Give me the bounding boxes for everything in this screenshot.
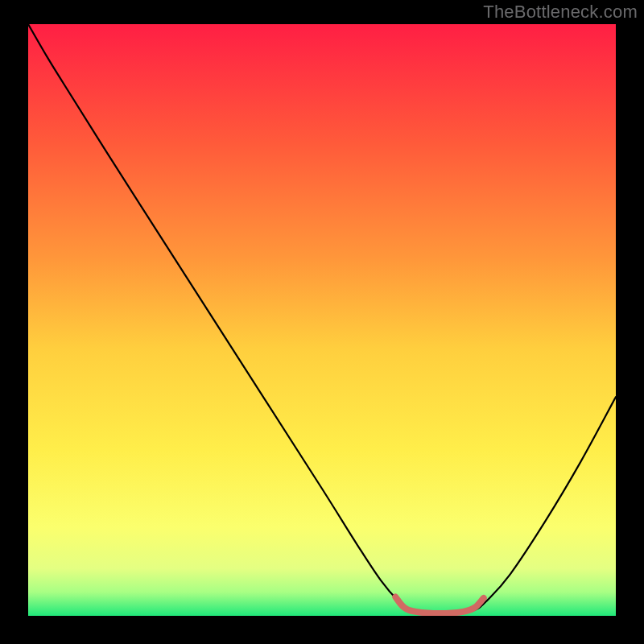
watermark-text: TheBottleneck.com — [483, 2, 638, 23]
chart-svg — [0, 0, 644, 644]
plot-background — [28, 24, 616, 616]
chart-container: { "watermark": "TheBottleneck.com", "cha… — [0, 0, 644, 644]
